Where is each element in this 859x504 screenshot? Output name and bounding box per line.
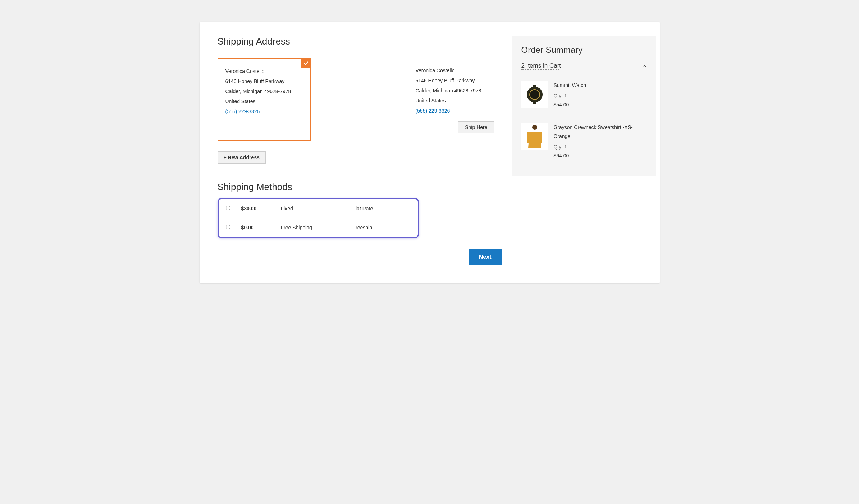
svg-rect-6 bbox=[527, 132, 530, 143]
shipping-method-row[interactable]: $30.00 Fixed Flat Rate bbox=[219, 199, 418, 218]
summary-column: Order Summary 2 Items in Cart bbox=[512, 36, 656, 265]
method-name: Fixed bbox=[275, 199, 347, 218]
address-phone-link[interactable]: (555) 229-3326 bbox=[225, 106, 303, 116]
address-name: Veronica Costello bbox=[225, 66, 303, 76]
address-card-unselected[interactable]: Veronica Costello 6146 Honey Bluff Parkw… bbox=[408, 58, 502, 141]
address-country: United States bbox=[225, 96, 303, 106]
svg-rect-3 bbox=[533, 85, 536, 88]
new-address-button[interactable]: + New Address bbox=[218, 151, 266, 164]
items-in-cart-label: 2 Items in Cart bbox=[521, 62, 561, 70]
item-thumbnail bbox=[521, 81, 548, 108]
cart-item: Grayson Crewneck Sweatshirt -XS-Orange Q… bbox=[521, 116, 647, 167]
address-phone-link[interactable]: (555) 229-3326 bbox=[416, 106, 494, 116]
item-thumbnail bbox=[521, 123, 548, 150]
item-price: $54.00 bbox=[554, 100, 586, 109]
check-icon bbox=[301, 58, 311, 68]
item-name: Summit Watch bbox=[554, 81, 586, 90]
method-carrier: Freeship bbox=[347, 218, 418, 237]
shipping-method-radio[interactable] bbox=[226, 225, 230, 229]
item-price: $64.00 bbox=[554, 151, 647, 160]
shipping-address-title: Shipping Address bbox=[218, 36, 502, 51]
svg-point-5 bbox=[532, 125, 537, 130]
ship-here-button[interactable]: Ship Here bbox=[458, 121, 494, 133]
method-name: Free Shipping bbox=[275, 218, 347, 237]
item-name: Grayson Crewneck Sweatshirt -XS-Orange bbox=[554, 123, 647, 141]
method-carrier: Flat Rate bbox=[347, 199, 418, 218]
method-price: $30.00 bbox=[236, 199, 275, 218]
shipping-methods-box: $30.00 Fixed Flat Rate $0.00 Free Shippi… bbox=[218, 198, 419, 238]
shipping-methods-table: $30.00 Fixed Flat Rate $0.00 Free Shippi… bbox=[219, 199, 418, 237]
method-price: $0.00 bbox=[236, 218, 275, 237]
shipping-method-row[interactable]: $0.00 Free Shipping Freeship bbox=[219, 218, 418, 237]
address-country: United States bbox=[416, 96, 494, 106]
checkout-container: Shipping Address Veronica Costello 6146 … bbox=[200, 22, 660, 283]
main-column: Shipping Address Veronica Costello 6146 … bbox=[218, 36, 502, 265]
address-name: Veronica Costello bbox=[416, 65, 494, 75]
item-qty: Qty: 1 bbox=[554, 142, 647, 151]
svg-rect-4 bbox=[533, 101, 536, 104]
address-street: 6146 Honey Bluff Parkway bbox=[416, 75, 494, 86]
cart-item: Summit Watch Qty: 1 $54.00 bbox=[521, 74, 647, 116]
item-details: Grayson Crewneck Sweatshirt -XS-Orange Q… bbox=[554, 123, 647, 161]
svg-rect-7 bbox=[539, 132, 542, 143]
chevron-up-icon bbox=[642, 64, 647, 69]
addresses-row: Veronica Costello 6146 Honey Bluff Parkw… bbox=[218, 58, 502, 141]
order-summary-title: Order Summary bbox=[521, 45, 647, 55]
shipping-methods-title: Shipping Methods bbox=[218, 182, 502, 196]
next-button[interactable]: Next bbox=[469, 249, 502, 265]
address-city: Calder, Michigan 49628-7978 bbox=[225, 86, 303, 96]
svg-point-1 bbox=[529, 89, 540, 100]
item-qty: Qty: 1 bbox=[554, 91, 586, 100]
address-street: 6146 Honey Bluff Parkway bbox=[225, 76, 303, 86]
shipping-method-radio[interactable] bbox=[226, 206, 230, 210]
shipping-methods-section: Shipping Methods $30.00 Fixed Flat Rate … bbox=[218, 182, 502, 238]
address-card-selected[interactable]: Veronica Costello 6146 Honey Bluff Parkw… bbox=[218, 58, 311, 141]
order-summary-box: Order Summary 2 Items in Cart bbox=[512, 36, 656, 176]
cart-items-toggle[interactable]: 2 Items in Cart bbox=[521, 62, 647, 74]
address-city: Calder, Michigan 49628-7978 bbox=[416, 86, 494, 96]
item-details: Summit Watch Qty: 1 $54.00 bbox=[554, 81, 586, 110]
